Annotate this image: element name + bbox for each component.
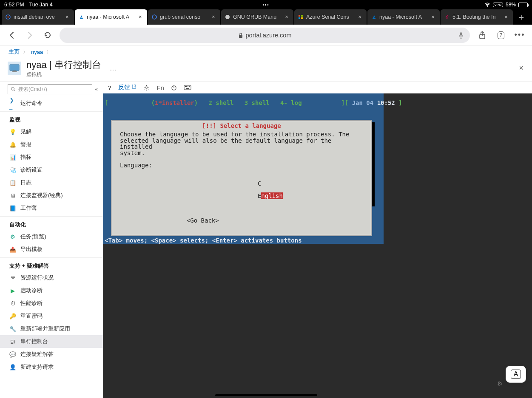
breadcrumb-home[interactable]: 主页 (9, 48, 20, 56)
sidebar-item[interactable]: ⏱性能诊断 (0, 297, 103, 310)
go-back-button[interactable]: <Go Back> (187, 217, 219, 224)
multitasking-dots-icon[interactable]: ••• (262, 3, 270, 7)
tab-nyaa-azure-2[interactable]: nyaa - Microsoft A × (367, 9, 440, 25)
sidebar-item-label: 连接疑难解答 (20, 350, 54, 358)
svg-point-2 (152, 15, 156, 19)
browser-toolbar: portal.azure.com 7 ••• (0, 25, 532, 46)
svg-rect-22 (189, 86, 190, 87)
sidebar-item[interactable]: 💡见解 (0, 125, 103, 138)
sidebar-item-label: 性能诊断 (20, 299, 43, 307)
close-icon[interactable]: × (64, 14, 71, 20)
sidebar-item[interactable]: 🔧重新部署并重新应用 (0, 322, 103, 335)
terminal[interactable]: [ (1*installer) 2 shell 3 shell 4- log ]… (103, 93, 532, 398)
svg-point-0 (487, 6, 488, 7)
sidebar-item-label: 启动诊断 (20, 287, 43, 294)
sidebar-item-label: 警报 (20, 141, 31, 148)
page-actions-button[interactable]: … (110, 65, 117, 72)
close-icon[interactable]: × (503, 14, 509, 20)
close-icon[interactable]: × (210, 14, 217, 20)
tabs-button[interactable]: 7 (495, 29, 507, 42)
sidebar-item-run-command[interactable]: ❯_ 运行命令 (0, 97, 103, 110)
chevron-right-icon: 〉 (23, 49, 28, 55)
help-button[interactable]: ? (108, 85, 111, 91)
sidebar-item-icon: ⏱ (9, 300, 16, 307)
new-tab-button[interactable]: ＋ (514, 9, 529, 25)
search-input[interactable]: 搜索(Cmd+/) (8, 84, 92, 94)
tab-nyaa-azure-active[interactable]: nyaa - Microsoft A × (75, 9, 147, 25)
sidebar-item-icon: ❤ (9, 274, 16, 281)
tab-gnu-grub[interactable]: GNU GRUB Manu × (221, 9, 293, 25)
breadcrumb-item[interactable]: nyaa (31, 49, 43, 55)
sidebar-item[interactable]: 📘工作薄 (0, 202, 103, 215)
sidebar-item-icon: 🩺 (9, 167, 16, 173)
collapse-sidebar-button[interactable]: « (95, 86, 98, 92)
sidebar-item[interactable]: 🔔警报 (0, 138, 103, 151)
sidebar-item[interactable]: 📤导出模板 (0, 243, 103, 256)
sidebar-item[interactable]: 📊指标 (0, 151, 103, 164)
keyboard-float-button[interactable]: A (506, 366, 526, 383)
svg-rect-13 (13, 71, 16, 71)
sidebar-item-label: 工作薄 (20, 204, 37, 212)
close-icon[interactable]: × (283, 14, 290, 20)
sidebar-item-icon: 🖥 (9, 192, 16, 199)
svg-point-15 (11, 88, 14, 90)
close-icon[interactable]: × (430, 14, 436, 20)
lang-option-english[interactable]: English (258, 192, 283, 199)
sidebar-item-label: 新建支持请求 (20, 363, 54, 371)
svg-rect-9 (460, 32, 462, 36)
settings-float-icon[interactable]: ⚙ (497, 380, 504, 387)
sidebar-item-label: 诊断设置 (20, 166, 43, 174)
tab-grub-serial[interactable]: grub serial conso × (148, 9, 220, 25)
sidebar-item-icon: ▶ (9, 287, 16, 294)
mic-icon[interactable] (458, 31, 464, 39)
close-icon[interactable]: × (137, 14, 144, 20)
more-button[interactable]: ••• (513, 29, 526, 42)
sidebar-heading: 监视 (0, 111, 103, 125)
close-icon[interactable]: × (519, 64, 523, 73)
home-indicator[interactable] (215, 394, 317, 396)
svg-rect-7 (301, 17, 303, 19)
reload-button[interactable] (42, 29, 54, 41)
sidebar-item-icon: 📘 (9, 205, 16, 212)
microsoft-favicon-icon (298, 14, 304, 20)
tab-azure-serial[interactable]: Azure Serial Cons × (294, 9, 367, 25)
svg-rect-18 (184, 85, 191, 90)
google-favicon-icon (151, 14, 157, 20)
breadcrumb: 主页 〉 nyaa 〉 (0, 46, 532, 58)
sidebar-item[interactable]: ❤资源运行状况 (0, 271, 103, 284)
feedback-link[interactable]: 反馈 (118, 84, 137, 91)
back-button[interactable] (6, 29, 18, 41)
terminal-icon: ❯_ (9, 100, 16, 107)
tab-debian-boot[interactable]: 5.1. Booting the In × (441, 9, 513, 25)
sidebar-item[interactable]: ▶启动诊断 (0, 284, 103, 297)
sidebar-item[interactable]: 💬连接疑难解答 (0, 348, 103, 361)
sidebar-item-label: 串行控制台 (20, 338, 48, 345)
sidebar-item[interactable]: 🔑重置密码 (0, 310, 103, 322)
close-icon[interactable]: × (356, 14, 363, 20)
sidebar-item[interactable]: 📋日志 (0, 176, 103, 189)
chevron-right-icon: 〉 (46, 49, 51, 55)
sidebar-item[interactable]: 🩺诊断设置 (0, 164, 103, 176)
dialog-title: [!!] Select a language (202, 123, 281, 129)
tab-install-debian[interactable]: install debian ove × (2, 9, 74, 25)
gear-icon[interactable] (143, 85, 150, 91)
status-date: Tue Jan 4 (29, 2, 53, 8)
gnu-favicon-icon (225, 14, 230, 20)
svg-rect-19 (185, 86, 186, 87)
share-button[interactable] (476, 29, 489, 42)
svg-rect-21 (188, 86, 188, 87)
forward-button[interactable] (24, 29, 36, 41)
power-icon[interactable] (171, 85, 177, 90)
sidebar-item-label: 见解 (20, 128, 31, 135)
sidebar-item[interactable]: 🖳串行控制台 (0, 335, 103, 348)
sidebar-item[interactable]: 🖥连接监视器(经典) (0, 189, 103, 202)
url-host: portal.azure.com (246, 32, 292, 39)
sidebar-item-icon: 💬 (9, 351, 16, 358)
battery-pct: 58% (506, 2, 516, 8)
sidebar-item[interactable]: ⚙任务(预览) (0, 230, 103, 243)
keyboard-icon[interactable] (184, 85, 191, 90)
svg-rect-20 (186, 86, 187, 87)
address-bar[interactable]: portal.azure.com (60, 28, 470, 43)
sidebar-item[interactable]: 👤新建支持请求 (0, 361, 103, 373)
fn-key-button[interactable]: Fn (156, 84, 164, 91)
